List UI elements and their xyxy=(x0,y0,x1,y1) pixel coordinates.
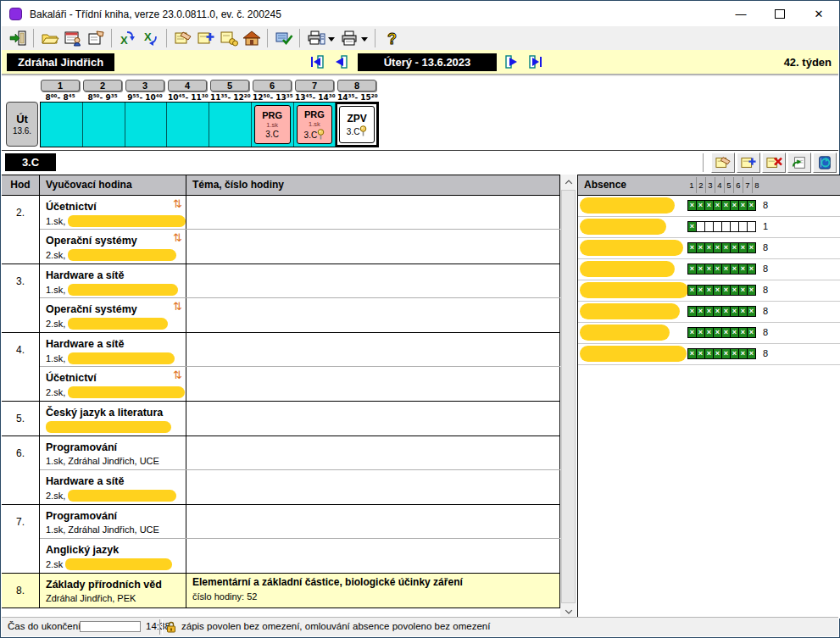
schedule-cell-5[interactable] xyxy=(209,103,252,147)
lesson-card-prg-2[interactable]: PRG 1.sk 3.C xyxy=(297,105,333,144)
minimize-button[interactable]: — xyxy=(721,2,760,26)
swap-lesson-icon[interactable]: ⇅ xyxy=(173,197,182,210)
lesson-row[interactable]: Operační systémy⇅ 2.sk, xyxy=(40,298,560,332)
teacher-label[interactable]: Zdráhal Jindřich xyxy=(7,53,114,71)
restore-absence-button[interactable] xyxy=(787,153,811,173)
export-excel-button[interactable]: X xyxy=(116,28,139,48)
import-excel-button[interactable]: X xyxy=(139,28,162,48)
print-button[interactable] xyxy=(337,28,360,48)
swap-lesson-icon[interactable]: ⇅ xyxy=(173,300,182,313)
schedule-cell-1[interactable] xyxy=(41,103,83,147)
schedule-cell-8-selected[interactable]: ZPV 3.C xyxy=(336,103,378,147)
topic-cell[interactable] xyxy=(186,230,560,264)
absence-row[interactable]: ×××××××× 8 xyxy=(578,259,840,280)
next-day-button[interactable] xyxy=(505,54,519,69)
absence-row[interactable]: × 1 xyxy=(578,217,840,238)
topic-cell[interactable] xyxy=(186,264,560,297)
absence-marks[interactable]: ×××××××× xyxy=(687,327,756,338)
swap-lesson-icon[interactable]: ⇅ xyxy=(173,369,182,381)
close-button[interactable]: ✕ xyxy=(799,2,838,26)
topic-cell[interactable] xyxy=(186,298,560,332)
scroll-up-button[interactable] xyxy=(560,175,576,189)
absence-marks[interactable]: ×××××××× xyxy=(687,242,756,253)
absence-row[interactable]: ×××××××× 8 xyxy=(578,280,840,302)
topic-cell[interactable] xyxy=(186,505,560,538)
absence-marks[interactable]: ×××××××× xyxy=(687,348,756,359)
lesson-row[interactable]: Hardware a sítě 1.sk, xyxy=(40,333,560,367)
date-label[interactable]: Úterý - 13.6.2023 xyxy=(358,53,497,71)
lesson-row-selected[interactable]: Základy přírodních věd Zdráhal Jindřich,… xyxy=(40,574,560,607)
online-journal-button[interactable] xyxy=(813,153,837,173)
scrollbar-thumb[interactable] xyxy=(561,190,576,603)
delete-absence-button[interactable] xyxy=(762,153,786,173)
absence-marks[interactable]: ×××××××× xyxy=(687,306,756,317)
hour-button-5[interactable]: 5 xyxy=(210,80,249,92)
confirm-records-button[interactable] xyxy=(272,28,295,48)
lesson-row[interactable]: Programování 1.sk, Zdráhal Jindřich, UCE xyxy=(40,436,560,470)
copy-lesson-button[interactable] xyxy=(217,28,240,48)
home-button[interactable] xyxy=(240,28,263,48)
topic-cell[interactable] xyxy=(186,333,560,366)
hour-button-8[interactable]: 8 xyxy=(337,80,376,92)
print-preview-button[interactable] xyxy=(304,28,327,48)
calendar-button[interactable] xyxy=(61,28,84,48)
schedule-cell-7[interactable]: PRG 1.sk 3.C xyxy=(294,103,337,147)
add-lesson-button[interactable] xyxy=(194,28,217,48)
help-button[interactable]: ? xyxy=(380,28,403,48)
add-absence-button[interactable] xyxy=(737,153,760,173)
first-day-button[interactable] xyxy=(310,54,324,69)
class-label[interactable]: 3.C xyxy=(5,153,56,171)
topic-cell[interactable] xyxy=(186,470,560,504)
schedule-cell-2[interactable] xyxy=(83,103,125,147)
topic-cell[interactable]: Elementární a základní částice, biologic… xyxy=(186,574,560,607)
hour-button-2[interactable]: 2 xyxy=(83,80,122,92)
absence-marks[interactable]: × xyxy=(687,221,756,232)
topic-cell[interactable] xyxy=(186,196,560,229)
lesson-row[interactable]: Hardware a sítě 1.sk, xyxy=(40,264,560,298)
schedule-cell-3[interactable] xyxy=(125,103,168,147)
schedule-cell-4[interactable] xyxy=(167,103,209,147)
hour-button-4[interactable]: 4 xyxy=(168,80,207,92)
lesson-row[interactable]: Operační systémy⇅ 2.sk, xyxy=(40,230,560,264)
absence-row[interactable]: ×××××××× 8 xyxy=(578,344,840,365)
day-cell[interactable]: Út 13.6. xyxy=(6,102,38,147)
lesson-row[interactable]: Český jazyk a literatura xyxy=(40,402,560,436)
topic-cell[interactable] xyxy=(186,402,560,436)
lesson-row[interactable]: Hardware a sítě 2.sk, xyxy=(40,470,560,504)
swap-lesson-icon[interactable]: ⇅ xyxy=(173,231,182,244)
hour-button-7[interactable]: 7 xyxy=(295,80,334,92)
lesson-row[interactable]: Účetnictví⇅ 2.sk, xyxy=(40,367,560,401)
absence-marks[interactable]: ×××××××× xyxy=(687,200,756,211)
topic-cell[interactable] xyxy=(186,539,560,573)
absence-marks[interactable]: ×××××××× xyxy=(687,264,756,275)
table-scrollbar[interactable] xyxy=(560,175,576,619)
hour-button-3[interactable]: 3 xyxy=(125,80,164,92)
lesson-row[interactable]: Anglický jazyk 2.sk xyxy=(40,539,560,573)
lesson-card-zpv[interactable]: ZPV 3.C xyxy=(339,106,375,143)
lesson-row[interactable]: Programování 1.sk, Zdráhal Jindřich, UCE xyxy=(40,505,560,539)
print-preview-dropdown[interactable] xyxy=(328,37,335,45)
lesson-class: 3.C xyxy=(304,130,318,140)
last-day-button[interactable] xyxy=(529,54,542,69)
absence-row[interactable]: ×××××××× 8 xyxy=(578,238,840,259)
maximize-button[interactable] xyxy=(760,2,799,26)
topic-cell[interactable] xyxy=(186,367,560,401)
open-button[interactable] xyxy=(38,28,61,48)
edit-lesson-button[interactable] xyxy=(171,28,194,48)
previous-day-button[interactable] xyxy=(334,54,348,69)
schedule-cell-6[interactable]: PRG 1.sk 3.C xyxy=(252,103,294,147)
topic-cell[interactable] xyxy=(186,436,560,469)
absence-row[interactable]: ×××××××× 8 xyxy=(578,196,840,217)
lesson-card-prg-1[interactable]: PRG 1.sk 3.C xyxy=(254,105,291,144)
absence-marks[interactable]: ×××××××× xyxy=(687,285,756,296)
properties-button[interactable] xyxy=(84,28,107,48)
lesson-row[interactable]: Účetnictví⇅ 1.sk, xyxy=(40,196,560,230)
hour-button-1[interactable]: 1 xyxy=(41,80,80,92)
hour-button-6[interactable]: 6 xyxy=(253,80,292,92)
exit-button[interactable] xyxy=(6,28,29,48)
absence-row[interactable]: ×××××××× 8 xyxy=(578,302,840,323)
edit-absence-button[interactable] xyxy=(711,153,735,173)
print-dropdown[interactable] xyxy=(361,37,368,45)
status-message: zápis povolen bez omezení, omlouvání abs… xyxy=(181,621,490,631)
absence-row[interactable]: ×××××××× 8 xyxy=(578,323,840,344)
